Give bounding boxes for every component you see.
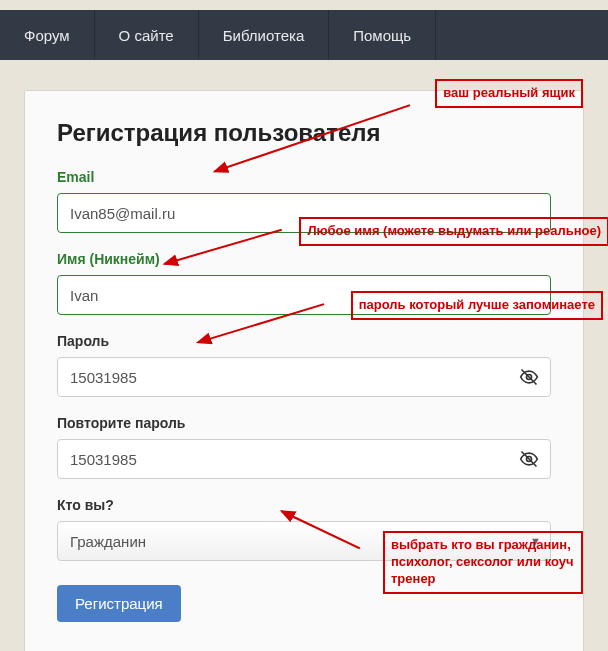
registration-card: Регистрация пользователя Email Имя (Никн… <box>24 90 584 651</box>
name-label: Имя (Никнейм) <box>57 251 551 267</box>
nav-forum[interactable]: Форум <box>0 10 95 60</box>
main-navbar: Форум О сайте Библиотека Помощь <box>0 10 608 60</box>
annotation-email: ваш реальный ящик <box>435 79 583 108</box>
eye-off-icon[interactable] <box>519 449 539 469</box>
annotation-role: выбрать кто вы гражданин, психолог, секс… <box>383 531 583 594</box>
register-button[interactable]: Регистрация <box>57 585 181 622</box>
page-title: Регистрация пользователя <box>57 119 551 147</box>
password2-label: Повторите пароль <box>57 415 551 431</box>
email-label: Email <box>57 169 551 185</box>
eye-off-icon[interactable] <box>519 367 539 387</box>
role-label: Кто вы? <box>57 497 551 513</box>
nav-library[interactable]: Библиотека <box>199 10 330 60</box>
nav-help[interactable]: Помощь <box>329 10 436 60</box>
annotation-password: пароль который лучше запоминаете <box>351 291 603 320</box>
nav-about[interactable]: О сайте <box>95 10 199 60</box>
password-label: Пароль <box>57 333 551 349</box>
password2-field[interactable] <box>57 439 551 479</box>
password-field[interactable] <box>57 357 551 397</box>
annotation-name: Любое имя (можете выдумать или реальное) <box>299 217 608 246</box>
